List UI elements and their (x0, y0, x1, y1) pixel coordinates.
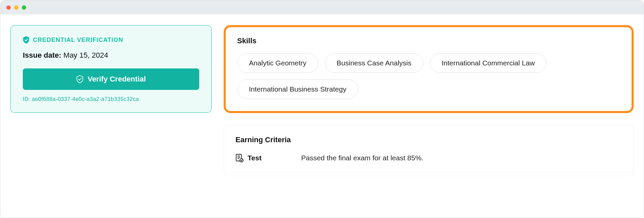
skill-chip[interactable]: Business Case Analysis (325, 53, 423, 73)
window-minimize-button[interactable] (14, 5, 18, 10)
verification-title: CREDENTIAL VERIFICATION (33, 37, 123, 44)
issue-date-label: Issue date: (23, 51, 61, 59)
window-zoom-button[interactable] (22, 5, 26, 10)
test-document-icon (235, 154, 244, 162)
credential-verification-panel: CREDENTIAL VERIFICATION Issue date: May … (10, 25, 212, 113)
skill-chip-list: Analytic Geometry Business Case Analysis… (237, 53, 620, 99)
criteria-type: Test (235, 154, 292, 162)
earning-criteria-heading: Earning Criteria (235, 135, 622, 144)
verify-button-label: Verify Credential (88, 75, 146, 84)
credential-id-line: ID: ae0f688a-0337-4e0c-a3a2-a71b335c32ca (23, 96, 199, 102)
shield-outline-icon (76, 75, 84, 83)
credential-id-value: ae0f688a-0337-4e0c-a3a2-a71b335c32ca (32, 96, 139, 102)
credential-id-label: ID: (23, 96, 30, 102)
earning-criteria-panel: Earning Criteria (224, 124, 634, 176)
verify-credential-button[interactable]: Verify Credential (23, 68, 199, 90)
window-titlebar (0, 0, 644, 14)
skills-panel: Skills Analytic Geometry Business Case A… (224, 25, 634, 113)
verification-header: CREDENTIAL VERIFICATION (23, 36, 199, 44)
window-frame: CREDENTIAL VERIFICATION Issue date: May … (0, 0, 644, 218)
shield-check-icon (23, 36, 30, 44)
right-column: Skills Analytic Geometry Business Case A… (224, 25, 634, 176)
content-area: CREDENTIAL VERIFICATION Issue date: May … (0, 14, 644, 218)
skill-chip[interactable]: Analytic Geometry (237, 53, 318, 73)
criteria-row: Test Passed the final exam for at least … (235, 154, 622, 162)
issue-date-value: May 15, 2024 (63, 51, 108, 59)
issue-date-line: Issue date: May 15, 2024 (23, 51, 199, 60)
criteria-description: Passed the final exam for at least 85%. (301, 154, 423, 162)
window-close-button[interactable] (6, 5, 11, 10)
skills-heading: Skills (237, 37, 620, 45)
skill-chip[interactable]: International Business Strategy (237, 79, 358, 99)
skill-chip[interactable]: International Commercial Law (430, 53, 547, 73)
criteria-type-label: Test (248, 154, 262, 162)
